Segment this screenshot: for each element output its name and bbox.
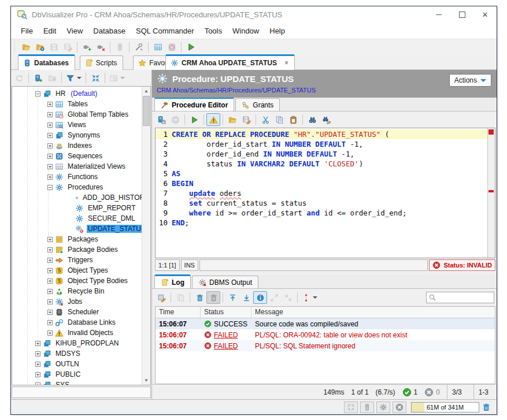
tab-object-crm-ahoa-update-status[interactable]: CRM Ahoa UPDATE_STATUS× xyxy=(165,54,295,70)
tree-item-views[interactable]: +Views xyxy=(12,120,150,130)
tool-properties-button[interactable] xyxy=(132,41,146,54)
save-to-file-button[interactable] xyxy=(239,113,253,126)
horizontal-splitter[interactable] xyxy=(152,271,497,275)
tree-item-invalid-objects[interactable]: +Invalid Objects xyxy=(12,328,150,338)
open-file-button[interactable] xyxy=(19,41,33,54)
clear-all-logs-button[interactable] xyxy=(206,291,220,304)
tree-item-functions[interactable]: +Functions xyxy=(12,172,150,182)
tree-item-package-bodies[interactable]: +Package Bodies xyxy=(12,244,150,255)
expand-twisty-icon[interactable]: + xyxy=(47,330,53,336)
expand-twisty-icon[interactable]: + xyxy=(47,289,53,294)
tab-scripts[interactable]: Scripts xyxy=(80,55,124,70)
expand-twisty-icon[interactable]: + xyxy=(47,133,53,138)
menu-edit[interactable]: Edit xyxy=(38,25,61,37)
export-log-button[interactable] xyxy=(154,291,168,304)
column-header-status[interactable]: Status xyxy=(201,307,251,318)
editor-tab-grants[interactable]: Grants xyxy=(235,98,280,111)
tree-item-hr[interactable]: −HR(Default) xyxy=(12,88,150,99)
tree-item-secure-dml[interactable]: SECURE_DML xyxy=(12,213,150,224)
tree-item-scheduler[interactable]: +Scheduler xyxy=(12,307,150,317)
menu-database[interactable]: Database xyxy=(88,25,131,37)
maximize-button[interactable] xyxy=(450,6,473,23)
toolbar-grip[interactable] xyxy=(13,42,17,53)
expand-twisty-icon[interactable]: + xyxy=(47,237,53,242)
tab-close-icon[interactable]: × xyxy=(284,59,288,67)
menu-help[interactable]: Help xyxy=(264,25,290,37)
error-marker-line7[interactable] xyxy=(489,190,494,192)
dropdown-caret-icon[interactable] xyxy=(313,296,317,301)
menu-tools[interactable]: Tools xyxy=(199,25,227,37)
expand-twisty-icon[interactable]: + xyxy=(47,278,53,284)
paste-button[interactable] xyxy=(286,113,300,126)
open-bookmark-button[interactable] xyxy=(33,41,47,54)
log-row[interactable]: 15:06:07FAILEDPL/SQL: SQL Statement igno… xyxy=(156,340,495,351)
expand-twisty-icon[interactable]: + xyxy=(47,112,53,117)
close-button[interactable]: ✕ xyxy=(473,6,497,23)
execute-button[interactable] xyxy=(187,113,201,126)
tree-item-jobs[interactable]: +Jobs xyxy=(12,296,150,307)
tree-item-database-links[interactable]: +Database Links xyxy=(12,317,150,328)
menu-window[interactable]: Window xyxy=(227,25,264,37)
connect-button[interactable] xyxy=(80,41,94,54)
tree-item-global-temp-tables[interactable]: +Global Temp Tables xyxy=(12,109,150,120)
add-connection-button[interactable] xyxy=(31,72,45,84)
error-marker-line1[interactable] xyxy=(489,129,494,135)
save-procedure-button[interactable] xyxy=(154,113,168,126)
log-row[interactable]: 15:06:07SUCCESSSource code was compiled/… xyxy=(156,318,495,329)
dropdown-caret-icon[interactable] xyxy=(77,77,82,81)
filter-button[interactable] xyxy=(64,72,83,84)
expand-twisty-icon[interactable]: + xyxy=(47,154,53,159)
column-header-time[interactable]: Time xyxy=(156,307,201,318)
grid-window-button[interactable] xyxy=(151,41,165,54)
column-header-message[interactable]: Message xyxy=(251,307,495,318)
editor-tab-procedure-editor[interactable]: Procedure Editor xyxy=(154,97,234,111)
tree-item-procedures[interactable]: −Procedures xyxy=(12,182,150,192)
memory-gauge[interactable]: 61M of 341M xyxy=(411,402,479,412)
expand-twisty-icon[interactable]: + xyxy=(47,320,53,325)
insert-mode-indicator[interactable]: INS xyxy=(181,259,198,271)
menu-file[interactable]: File xyxy=(16,25,38,37)
expand-twisty-icon[interactable]: + xyxy=(47,310,53,315)
tail-log-button[interactable] xyxy=(300,291,319,304)
minimize-button[interactable] xyxy=(427,6,450,23)
tree-scrollbar[interactable]: ▲ ▼ xyxy=(142,87,150,385)
show-info-button[interactable] xyxy=(253,291,267,304)
expand-twisty-icon[interactable]: + xyxy=(47,174,53,180)
connections-button[interactable] xyxy=(360,402,374,413)
log-tab-dbms-output[interactable]: DBMS Output xyxy=(192,276,258,288)
log-row[interactable]: 15:06:07FAILEDPL/SQL: ORA-00942: table o… xyxy=(156,329,495,340)
find-button[interactable] xyxy=(305,113,319,126)
expand-twisty-icon[interactable]: + xyxy=(47,268,53,273)
procedure-code-editor[interactable]: 1CREATE OR REPLACE PROCEDURE "HR"."UPDAT… xyxy=(155,128,495,258)
sql-commander-button[interactable] xyxy=(184,41,198,54)
tree-item-kihub-prodplan[interactable]: +KIHUB_PRODPLAN xyxy=(12,338,150,348)
show-errors-button[interactable] xyxy=(206,113,220,126)
actions-button[interactable]: Actions xyxy=(449,74,491,87)
collapse-twisty-icon[interactable]: − xyxy=(35,91,40,96)
tree-item-tables[interactable]: +Tables xyxy=(12,99,150,109)
dropdown-caret-icon[interactable] xyxy=(120,77,125,81)
tree-item-mdsys[interactable]: +MDSYS xyxy=(12,348,150,359)
scroll-to-top-button[interactable] xyxy=(225,291,239,304)
collapse-twisty-icon[interactable]: − xyxy=(47,185,53,190)
expand-twisty-icon[interactable]: + xyxy=(35,341,40,346)
tree-item-synonyms[interactable]: +Synonyms xyxy=(12,130,150,140)
expand-twisty-icon[interactable]: + xyxy=(35,372,40,377)
scroll-down-icon[interactable]: ▼ xyxy=(142,376,150,385)
cut-button[interactable] xyxy=(258,113,272,126)
tree-item-sequences[interactable]: +Sequences xyxy=(12,151,150,161)
expand-twisty-icon[interactable]: + xyxy=(47,102,53,107)
task-monitor-button[interactable] xyxy=(165,41,179,54)
menu-view[interactable]: View xyxy=(61,25,88,37)
disconnect-button[interactable] xyxy=(94,41,108,54)
find-replace-button[interactable] xyxy=(319,113,333,126)
tree-item-packages[interactable]: +Packages xyxy=(12,234,150,244)
expand-twisty-icon[interactable]: + xyxy=(47,247,53,252)
tree-item-indexes[interactable]: +Indexes xyxy=(12,140,150,151)
copy-button[interactable] xyxy=(272,113,286,126)
log-tab-log[interactable]: Log xyxy=(154,274,191,288)
tree-item-recycle-bin[interactable]: +Recycle Bin xyxy=(12,286,150,296)
tree-item-add-job-history[interactable]: ADD_JOB_HISTORY xyxy=(12,192,150,203)
tree-item-update-status[interactable]: UPDATE_STATUS xyxy=(12,224,150,234)
collapse-all-button[interactable] xyxy=(88,72,102,84)
